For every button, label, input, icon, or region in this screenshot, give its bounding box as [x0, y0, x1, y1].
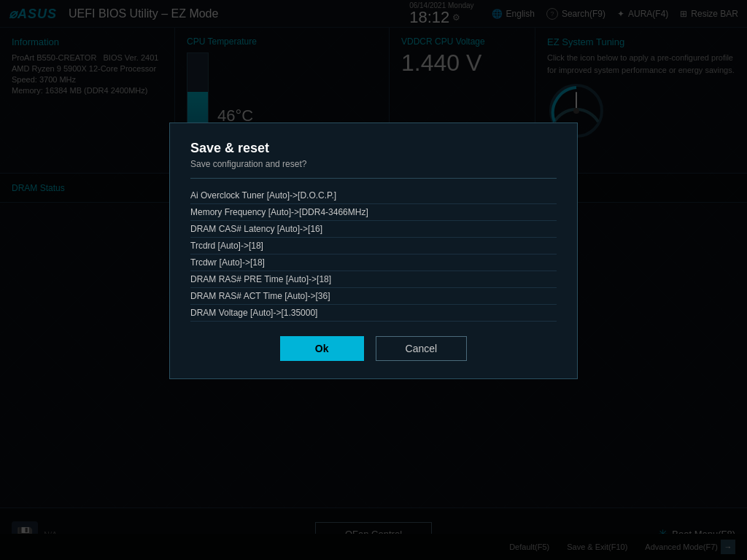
- list-item: DRAM RAS# PRE Time [Auto]->[18]: [190, 271, 557, 288]
- main-content: ⌀ASUS UEFI BIOS Utility – EZ Mode 06/14/…: [0, 0, 747, 560]
- list-item: DRAM Voltage [Auto]->[1.35000]: [190, 305, 557, 322]
- list-item: Trcdrd [Auto]->[18]: [190, 238, 557, 254]
- list-item: Memory Frequency [Auto]->[DDR4-3466MHz]: [190, 204, 557, 221]
- ok-button[interactable]: Ok: [280, 336, 364, 361]
- list-item: DRAM RAS# ACT Time [Auto]->[36]: [190, 288, 557, 305]
- dialog-title: Save & reset: [190, 141, 557, 156]
- save-reset-dialog: Save & reset Save configuration and rese…: [169, 122, 578, 379]
- list-item: DRAM CAS# Latency [Auto]->[16]: [190, 221, 557, 238]
- list-item: Trcdwr [Auto]->[18]: [190, 254, 557, 271]
- list-item: Ai Overclock Tuner [Auto]->[D.O.C.P.]: [190, 187, 557, 204]
- dialog-subtitle: Save configuration and reset?: [190, 159, 557, 169]
- dialog-buttons: Ok Cancel: [190, 336, 557, 361]
- cancel-button[interactable]: Cancel: [376, 336, 468, 361]
- dialog-divider: [190, 178, 557, 179]
- changes-list: Ai Overclock Tuner [Auto]->[D.O.C.P.] Me…: [190, 187, 557, 322]
- overlay: Save & reset Save configuration and rese…: [0, 0, 747, 560]
